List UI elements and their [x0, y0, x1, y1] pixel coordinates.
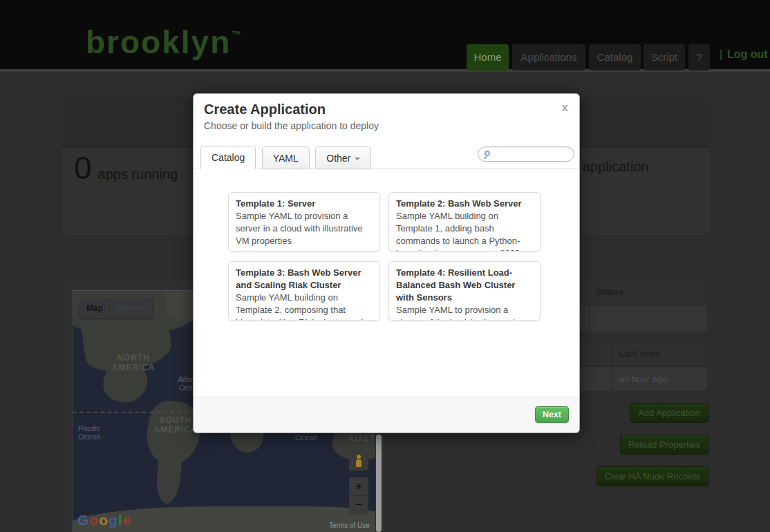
apps-running-summary: 0 apps running: [74, 149, 178, 187]
nav-tab-help[interactable]: ?: [688, 44, 710, 70]
map-label-north-america: NORTH AMERICA: [100, 353, 167, 372]
google-letter: l: [118, 512, 123, 528]
tab-yaml[interactable]: YAML: [262, 146, 310, 169]
zoom-out-button[interactable]: −: [349, 496, 368, 515]
template-card-1[interactable]: Template 1: Server Sample YAML to provis…: [228, 192, 380, 251]
template-card-2[interactable]: Template 2: Bash Web Server Sample YAML …: [388, 192, 541, 251]
modal-title: Create Application: [204, 102, 326, 117]
page: brooklyn™ Home Applications Catalog Scri…: [0, 0, 770, 532]
modal-footer: Next: [194, 397, 579, 433]
tab-label: Catalog: [212, 152, 245, 163]
brand-logo-text: brooklyn: [86, 24, 231, 60]
nav-tab-applications[interactable]: Applications: [512, 44, 585, 70]
close-icon[interactable]: x: [562, 101, 568, 115]
nav-separator: |: [720, 48, 722, 61]
tab-other[interactable]: Other: [315, 146, 371, 169]
template-description: Sample YAML to provision a server in a c…: [236, 210, 373, 247]
template-title: Template 4: Resilient Load-Balanced Bash…: [396, 267, 533, 304]
street-view-control[interactable]: [349, 451, 368, 471]
map-type-control: Map Satellite: [80, 299, 152, 318]
map-label-pacific-ocean: Pacific Ocean: [72, 424, 111, 441]
apps-count-label: apps running: [98, 167, 178, 182]
status-cell: [589, 305, 707, 332]
search-input[interactable]: [495, 148, 571, 160]
panel-scrollbar[interactable]: [376, 435, 382, 532]
template-card-3[interactable]: Template 3: Bash Web Server and Scaling …: [228, 261, 380, 321]
map-label-line: Ocean: [72, 433, 111, 441]
map-label-line: AMERICA: [100, 363, 167, 372]
brand-logo[interactable]: brooklyn™: [86, 23, 241, 61]
google-letter: g: [109, 512, 118, 528]
template-card-4[interactable]: Template 4: Resilient Load-Balanced Bash…: [388, 261, 541, 321]
modal-subtitle: Choose or build the application to deplo…: [204, 120, 379, 131]
template-title: Template 3: Bash Web Server and Scaling …: [236, 267, 373, 292]
template-description: Sample YAML building on Template 2, comp…: [236, 292, 373, 321]
google-letter: G: [77, 512, 89, 528]
template-description: Sample YAML building on Template 1, addi…: [396, 210, 533, 251]
clear-ha-node-records-button[interactable]: Clear HA Node Records: [597, 466, 708, 486]
reload-properties-button[interactable]: Reload Properties: [620, 435, 708, 455]
last-seen-column-header: Last seen: [612, 341, 707, 366]
template-title: Template 2: Bash Web Server: [396, 198, 533, 210]
map-label-australia: AUSTRALIA: [337, 434, 375, 444]
last-seen-cell: an hour ago: [612, 367, 707, 391]
deploy-application-text-fragment: application: [583, 159, 649, 175]
terms-of-use-link[interactable]: Terms of Use: [329, 522, 370, 529]
search-icon: [485, 151, 490, 156]
status-column-header: Status: [589, 280, 707, 305]
logout-link[interactable]: Log out: [727, 48, 768, 61]
add-application-button[interactable]: Add Application: [630, 403, 708, 423]
zoom-in-button[interactable]: +: [349, 477, 368, 496]
satellite-view-button[interactable]: Satellite: [110, 299, 152, 318]
tab-label: Other: [326, 153, 350, 164]
next-button[interactable]: Next: [535, 406, 569, 423]
google-letter: o: [99, 512, 109, 528]
template-description: Sample YAML to provision a cluster of th…: [396, 304, 533, 321]
pegman-icon: [357, 455, 361, 459]
template-title: Template 1: Server: [236, 198, 373, 210]
create-application-modal: Create Application Choose or build the a…: [193, 93, 580, 433]
google-logo: Google: [77, 512, 131, 529]
google-letter: e: [123, 512, 132, 528]
trademark: ™: [231, 28, 241, 40]
nav-tab-home[interactable]: Home: [467, 44, 509, 70]
map-view-button[interactable]: Map: [80, 299, 110, 318]
google-letter: o: [89, 512, 99, 528]
map-zoom-control: + −: [349, 477, 368, 515]
map-label-line: Pacific: [72, 424, 111, 433]
map-label-indian-ocean: Ocean: [285, 433, 327, 441]
apps-count: 0: [74, 149, 92, 187]
tab-label: YAML: [273, 153, 299, 164]
chevron-down-icon: [355, 158, 360, 160]
nav-tab-script[interactable]: Script: [644, 44, 685, 70]
tab-catalog[interactable]: Catalog: [200, 146, 256, 169]
map-label-line: NORTH: [100, 353, 167, 363]
catalog-search-box: [478, 146, 574, 162]
nav-tab-catalog[interactable]: Catalog: [589, 44, 641, 70]
